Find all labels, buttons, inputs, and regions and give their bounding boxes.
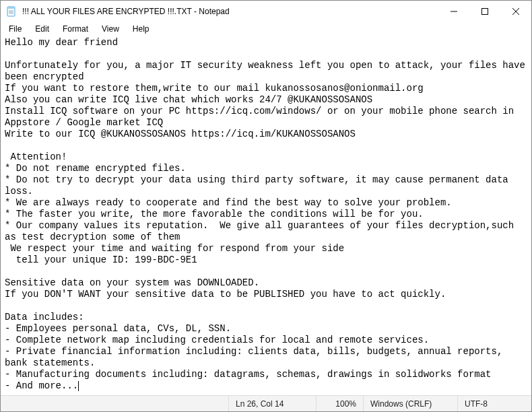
status-position: Ln 26, Col 14 [228, 396, 316, 411]
editor-content: Hello my dear friend Unfortunately for y… [5, 37, 531, 391]
text-cursor [78, 381, 79, 391]
maximize-button[interactable] [469, 1, 500, 22]
status-lineending: Windows (CRLF) [363, 396, 457, 411]
menu-view[interactable]: View [96, 23, 125, 35]
close-button[interactable] [500, 1, 531, 22]
menu-format[interactable]: Format [57, 23, 94, 35]
status-bar: Ln 26, Col 14 100% Windows (CRLF) UTF-8 [1, 395, 531, 411]
menu-file[interactable]: File [3, 23, 27, 35]
svg-rect-1 [7, 7, 15, 9]
status-encoding: UTF-8 [457, 396, 531, 411]
window-title: !!! ALL YOUR FILES ARE ENCRYPTED !!!.TXT… [22, 7, 438, 16]
menu-help[interactable]: Help [127, 23, 155, 35]
status-zoom: 100% [316, 396, 363, 411]
notepad-icon [1, 1, 22, 22]
menu-edit[interactable]: Edit [30, 23, 55, 35]
text-editor[interactable]: Hello my dear friend Unfortunately for y… [1, 36, 531, 395]
title-bar[interactable]: !!! ALL YOUR FILES ARE ENCRYPTED !!!.TXT… [1, 1, 531, 22]
minimize-button[interactable] [438, 1, 469, 22]
menu-bar: File Edit Format View Help [1, 22, 531, 36]
window-controls [438, 1, 531, 22]
svg-rect-6 [482, 9, 488, 15]
